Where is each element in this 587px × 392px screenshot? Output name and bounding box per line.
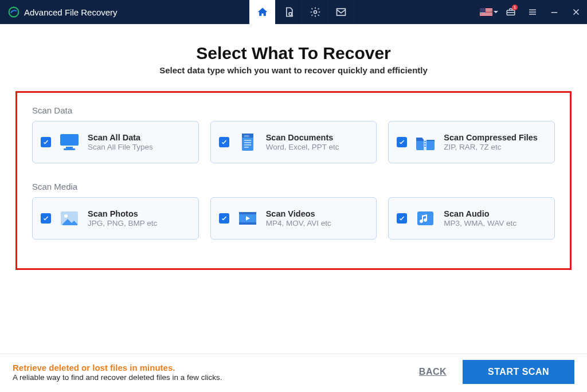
monitor-icon (58, 132, 81, 152)
card-desc: Word, Excel, PPT etc (266, 143, 369, 151)
scan-media-cards: Scan Photos JPG, PNG, BMP etc Scan Video… (32, 197, 555, 240)
tab-settings[interactable] (302, 0, 328, 24)
card-title: Scan Compressed Files (444, 133, 546, 142)
document-icon: DOC (236, 132, 259, 152)
svg-rect-22 (239, 212, 256, 214)
tab-home[interactable] (249, 0, 275, 24)
svg-rect-24 (417, 211, 433, 225)
minimize-icon (549, 7, 559, 17)
recovery-options-panel: Scan Data Scan All Data Scan All File Ty… (15, 91, 572, 270)
toolbox-button[interactable]: 1 (500, 0, 522, 24)
svg-rect-14 (244, 147, 249, 148)
video-icon (236, 208, 259, 229)
section-title-data: Scan Data (32, 105, 555, 115)
checkbox-scan-documents[interactable] (219, 137, 229, 147)
card-title: Scan Audio (444, 209, 546, 218)
footer-promo: Retrieve deleted or lost files in minute… (13, 363, 222, 382)
card-desc: MP4, MOV, AVI etc (266, 219, 369, 228)
home-icon (257, 6, 268, 18)
file-search-icon (283, 6, 295, 18)
tab-feedback[interactable] (328, 0, 354, 24)
minimize-button[interactable] (543, 0, 565, 24)
page-subtitle: Select data type which you want to recov… (11, 65, 576, 75)
app-title: Advanced File Recovery (24, 7, 118, 17)
chevron-down-icon (494, 11, 498, 13)
photo-icon (58, 208, 81, 229)
tab-bar (249, 0, 354, 24)
checkbox-scan-photos[interactable] (41, 213, 51, 224)
promo-headline: Retrieve deleted or lost files in minute… (13, 363, 222, 373)
card-scan-photos[interactable]: Scan Photos JPG, PNG, BMP etc (32, 197, 199, 240)
language-selector[interactable] (478, 0, 500, 24)
window-tools: 1 (478, 0, 587, 24)
card-desc: ZIP, RAR, 7Z etc (444, 143, 546, 151)
card-title: Scan All Data (88, 133, 190, 142)
card-desc: Scan All File Types (88, 143, 190, 151)
svg-rect-6 (66, 147, 73, 148)
svg-point-2 (314, 11, 316, 14)
svg-rect-18 (424, 146, 426, 147)
card-scan-all-data[interactable]: Scan All Data Scan All File Types (32, 121, 199, 163)
tab-preview-scan[interactable] (275, 0, 302, 24)
us-flag-icon (480, 8, 492, 16)
app-logo-icon (8, 6, 19, 18)
footer-actions: BACK START SCAN (419, 360, 574, 384)
title-bar: Advanced File Recovery (0, 0, 587, 24)
card-desc: JPG, PNG, BMP etc (88, 219, 190, 228)
close-icon (571, 7, 581, 17)
section-title-media: Scan Media (32, 182, 555, 191)
svg-rect-3 (337, 9, 346, 15)
svg-point-1 (289, 13, 292, 15)
app-brand: Advanced File Recovery (0, 0, 126, 24)
card-scan-audio[interactable]: Scan Audio MP3, WMA, WAV etc (388, 197, 555, 240)
hamburger-icon (527, 7, 538, 17)
footer-bar: Retrieve deleted or lost files in minute… (0, 354, 587, 392)
main-content: Select What To Recover Select data type … (0, 24, 587, 270)
menu-button[interactable] (522, 0, 543, 24)
card-desc: MP3, WMA, WAV etc (444, 219, 546, 228)
back-button[interactable]: BACK (419, 367, 447, 377)
card-title: Scan Documents (266, 133, 369, 142)
check-icon (42, 139, 49, 146)
checkbox-scan-all-data[interactable] (41, 137, 51, 147)
svg-rect-5 (60, 134, 79, 146)
page-heading: Select What To Recover (11, 44, 576, 63)
check-icon (398, 139, 405, 146)
svg-rect-11 (244, 140, 251, 141)
svg-rect-23 (239, 222, 256, 225)
card-title: Scan Videos (266, 209, 369, 218)
music-icon (414, 208, 437, 229)
check-icon (42, 215, 49, 222)
svg-rect-16 (424, 141, 426, 142)
svg-rect-7 (64, 148, 75, 150)
svg-rect-13 (244, 144, 251, 146)
check-icon (221, 215, 228, 222)
gear-icon (310, 6, 321, 18)
promo-subtext: A reliable way to find and recover delet… (13, 373, 222, 382)
zip-folder-icon (414, 132, 437, 152)
checkbox-scan-compressed[interactable] (397, 137, 407, 147)
checkbox-scan-audio[interactable] (397, 213, 407, 224)
card-scan-compressed[interactable]: Scan Compressed Files ZIP, RAR, 7Z etc (388, 121, 555, 163)
start-scan-button[interactable]: START SCAN (463, 360, 574, 384)
svg-point-0 (9, 7, 19, 17)
svg-rect-12 (244, 142, 251, 143)
card-scan-videos[interactable]: Scan Videos MP4, MOV, AVI etc (210, 197, 377, 240)
svg-point-20 (64, 214, 68, 218)
check-icon (398, 215, 405, 222)
close-button[interactable] (565, 0, 587, 24)
checkbox-scan-videos[interactable] (219, 213, 229, 224)
svg-text:DOC: DOC (244, 135, 249, 138)
card-title: Scan Photos (88, 209, 190, 218)
card-scan-documents[interactable]: DOC Scan Documents Word, Excel, PPT etc (210, 121, 377, 163)
mail-icon (335, 6, 347, 18)
svg-rect-17 (424, 143, 426, 144)
toolbox-badge: 1 (512, 5, 518, 10)
scan-data-cards: Scan All Data Scan All File Types DOC Sc… (32, 121, 555, 163)
check-icon (221, 139, 228, 146)
